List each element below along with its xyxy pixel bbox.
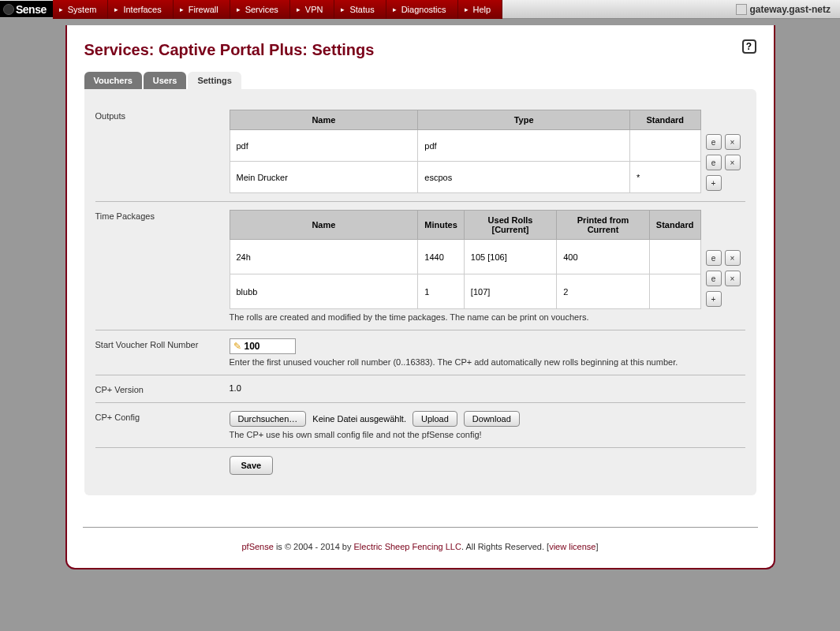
section-time-packages: Time Packages Name Minutes Used Rolls [C… bbox=[95, 202, 745, 330]
content-area: Outputs Name Type Standard bbox=[84, 89, 756, 495]
top-bar: Sense System Interfaces Firewall Service… bbox=[0, 0, 840, 19]
add-icon[interactable]: + bbox=[706, 291, 722, 307]
section-cp-config: CP+ Config Durchsuchen… Keine Datei ausg… bbox=[95, 403, 745, 448]
delete-icon[interactable]: × bbox=[725, 155, 741, 170]
cp-config-help: The CP+ use his own small config file an… bbox=[230, 430, 745, 439]
table-row[interactable]: blubb 1 [107] 2 bbox=[230, 274, 700, 309]
download-button[interactable]: Download bbox=[464, 411, 520, 427]
menu-diagnostics[interactable]: Diagnostics bbox=[386, 0, 458, 19]
cp-version-value: 1.0 bbox=[230, 383, 745, 394]
edit-icon[interactable]: e bbox=[706, 155, 722, 170]
time-packages-note: The rolls are created and modified by th… bbox=[230, 312, 745, 322]
add-icon[interactable]: + bbox=[706, 175, 722, 191]
delete-icon[interactable]: × bbox=[725, 271, 741, 286]
pencil-icon: ✎ bbox=[233, 341, 241, 352]
section-outputs: Outputs Name Type Standard bbox=[95, 102, 745, 202]
time-packages-label: Time Packages bbox=[95, 210, 230, 322]
delete-icon[interactable]: × bbox=[725, 134, 741, 150]
col-printed: Printed from Current bbox=[557, 211, 650, 240]
section-start-roll: Start Voucher Roll Number ✎ Enter the fi… bbox=[95, 330, 745, 375]
cp-version-label: CP+ Version bbox=[95, 383, 230, 394]
menu-status[interactable]: Status bbox=[334, 0, 386, 19]
tab-settings[interactable]: Settings bbox=[188, 72, 241, 89]
table-row[interactable]: Mein Drucker escpos * bbox=[230, 162, 700, 193]
edit-icon[interactable]: e bbox=[706, 271, 722, 286]
menu-vpn[interactable]: VPN bbox=[290, 0, 335, 19]
footer-company-link[interactable]: Electric Sheep Fencing LLC bbox=[354, 542, 461, 551]
menu-firewall[interactable]: Firewall bbox=[174, 0, 230, 19]
tab-users[interactable]: Users bbox=[144, 72, 187, 89]
logo-icon bbox=[3, 4, 14, 15]
delete-icon[interactable]: × bbox=[725, 250, 741, 266]
logo[interactable]: Sense bbox=[0, 1, 53, 17]
hostname-label: gateway.gast-netz bbox=[726, 4, 840, 15]
col-standard: Standard bbox=[649, 211, 700, 240]
help-icon[interactable]: ? bbox=[742, 39, 756, 54]
section-cp-version: CP+ Version 1.0 bbox=[95, 375, 745, 403]
start-roll-label: Start Voucher Roll Number bbox=[95, 338, 230, 367]
col-type: Type bbox=[418, 110, 630, 130]
save-button[interactable]: Save bbox=[230, 456, 274, 475]
col-standard: Standard bbox=[629, 110, 700, 130]
col-minutes: Minutes bbox=[418, 211, 465, 240]
tab-bar: Vouchers Users Settings bbox=[84, 72, 756, 89]
tab-vouchers[interactable]: Vouchers bbox=[84, 72, 142, 89]
col-name: Name bbox=[230, 110, 418, 130]
menu-interfaces[interactable]: Interfaces bbox=[108, 0, 173, 19]
start-roll-help: Enter the first unused voucher roll numb… bbox=[230, 357, 745, 367]
col-name: Name bbox=[230, 211, 418, 240]
footer-brand-link[interactable]: pfSense bbox=[241, 542, 273, 551]
outputs-label: Outputs bbox=[95, 110, 230, 193]
no-file-label: Keine Datei ausgewählt. bbox=[312, 414, 406, 424]
table-row[interactable]: 24h 1440 105 [106] 400 bbox=[230, 240, 700, 274]
menu-system[interactable]: System bbox=[53, 0, 109, 19]
edit-icon[interactable]: e bbox=[706, 250, 722, 266]
footer: pfSense is © 2004 - 2014 by Electric She… bbox=[83, 527, 758, 566]
menu-help[interactable]: Help bbox=[458, 0, 503, 19]
edit-icon[interactable]: e bbox=[706, 134, 722, 150]
start-roll-input-wrap: ✎ bbox=[230, 338, 296, 354]
col-used: Used Rolls [Current] bbox=[464, 211, 556, 240]
start-roll-input[interactable] bbox=[245, 341, 292, 352]
page-title: Services: Captive Portal Plus: Settings bbox=[84, 41, 756, 59]
browse-button[interactable]: Durchsuchen… bbox=[230, 411, 307, 427]
main-menu: System Interfaces Firewall Services VPN … bbox=[53, 0, 502, 19]
footer-license-link[interactable]: view license bbox=[549, 542, 595, 551]
host-icon bbox=[736, 4, 747, 15]
outputs-table: Name Type Standard pdf pdf bbox=[230, 110, 701, 193]
section-save: Save bbox=[95, 448, 745, 483]
cp-config-label: CP+ Config bbox=[95, 411, 230, 439]
time-packages-table: Name Minutes Used Rolls [Current] Printe… bbox=[230, 210, 701, 309]
logo-text: Sense bbox=[16, 3, 47, 16]
upload-button[interactable]: Upload bbox=[413, 411, 457, 427]
menu-services[interactable]: Services bbox=[230, 0, 290, 19]
main-panel: ? Services: Captive Portal Plus: Setting… bbox=[65, 25, 775, 569]
hostname-text: gateway.gast-netz bbox=[750, 4, 831, 15]
table-row[interactable]: pdf pdf bbox=[230, 130, 700, 162]
